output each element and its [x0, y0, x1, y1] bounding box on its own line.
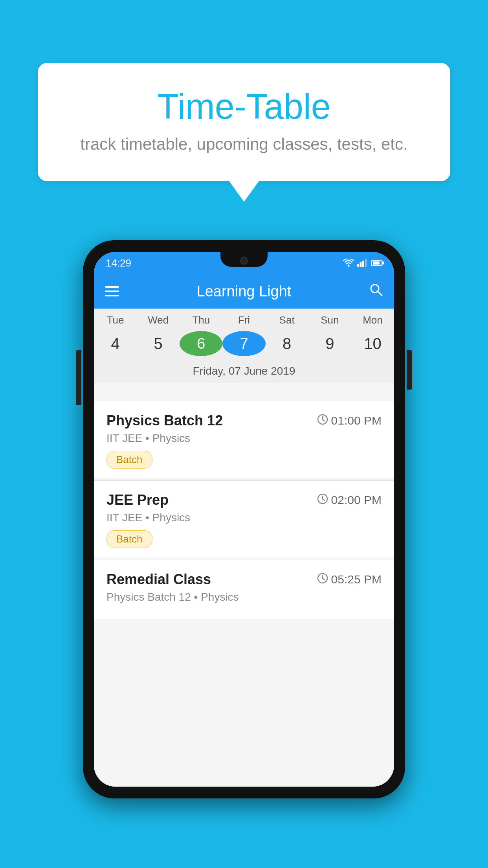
schedule-item-1[interactable]: Physics Batch 12 01:00 PM	[94, 401, 394, 478]
schedule-sub-3: Physics Batch 12 • Physics	[106, 591, 382, 603]
battery-icon	[371, 260, 382, 266]
schedule-time-2: 02:00 PM	[317, 493, 382, 507]
svg-rect-2	[360, 262, 362, 267]
day-9[interactable]: 9	[308, 335, 351, 353]
schedule-time-text-3: 05:25 PM	[331, 573, 382, 586]
day-name-tue: Tue	[94, 314, 137, 326]
day-name-thu: Thu	[180, 314, 222, 326]
status-time: 14:29	[106, 257, 131, 269]
day-name-wed: Wed	[137, 314, 180, 326]
svg-rect-3	[362, 261, 364, 267]
phone-screen: 14:29	[94, 252, 394, 787]
schedule-item-header-1: Physics Batch 12 01:00 PM	[106, 412, 382, 429]
toolbar-title: Learning Light	[197, 283, 292, 300]
svg-line-6	[378, 292, 382, 296]
phone-frame: 14:29	[83, 240, 405, 798]
schedule-list: Physics Batch 12 01:00 PM	[94, 401, 394, 787]
batch-tag-1: Batch	[106, 451, 152, 469]
day-numbers-row: 4 5 6 7 8 9 10	[94, 329, 394, 362]
phone-notch	[220, 252, 268, 267]
schedule-title-2: JEE Prep	[106, 492, 169, 508]
schedule-title-3: Remedial Class	[106, 571, 211, 588]
hamburger-menu-icon[interactable]	[105, 286, 119, 296]
bubble-title: Time-Table	[69, 86, 419, 127]
schedule-item-3[interactable]: Remedial Class 05:25 PM	[94, 560, 394, 619]
schedule-time-1: 01:00 PM	[317, 414, 382, 428]
speech-bubble: Time-Table track timetable, upcoming cla…	[38, 63, 450, 181]
schedule-time-text-1: 01:00 PM	[331, 414, 382, 427]
schedule-sub-1: IIT JEE • Physics	[106, 432, 382, 445]
schedule-time-3: 05:25 PM	[317, 573, 382, 587]
day-names-row: Tue Wed Thu Fri Sat Sun Mon	[94, 309, 394, 329]
day-6-today[interactable]: 6	[180, 331, 222, 356]
schedule-item-header-2: JEE Prep 02:00 PM	[106, 492, 382, 508]
day-name-sun: Sun	[308, 314, 351, 326]
day-name-mon: Mon	[351, 314, 394, 326]
selected-date-label: Friday, 07 June 2019	[94, 362, 394, 383]
clock-icon-3	[317, 573, 328, 587]
day-name-fri: Fri	[222, 314, 265, 326]
day-5[interactable]: 5	[137, 335, 180, 353]
day-name-sat: Sat	[266, 314, 308, 326]
bubble-subtitle: track timetable, upcoming classes, tests…	[69, 135, 419, 154]
svg-rect-1	[357, 264, 359, 267]
batch-tag-2: Batch	[106, 530, 152, 548]
status-icons	[343, 259, 382, 267]
svg-line-9	[323, 419, 325, 421]
camera-dot	[240, 257, 248, 265]
wifi-icon	[343, 259, 354, 267]
clock-icon-2	[317, 493, 328, 507]
schedule-item-2[interactable]: JEE Prep 02:00 PM	[94, 481, 394, 557]
search-icon[interactable]	[369, 283, 383, 300]
schedule-sub-2: IIT JEE • Physics	[106, 511, 382, 524]
phone-wrapper: 14:29	[83, 240, 405, 798]
day-8[interactable]: 8	[266, 335, 308, 353]
day-7-selected[interactable]: 7	[222, 331, 265, 356]
svg-line-15	[323, 578, 325, 580]
day-10[interactable]: 10	[351, 335, 394, 353]
day-4[interactable]: 4	[94, 335, 137, 353]
svg-rect-4	[365, 259, 367, 267]
schedule-item-header-3: Remedial Class 05:25 PM	[106, 571, 382, 588]
svg-point-0	[348, 265, 350, 267]
svg-line-12	[323, 499, 325, 500]
clock-icon-1	[317, 414, 328, 428]
signal-icon	[357, 259, 367, 267]
schedule-time-text-2: 02:00 PM	[331, 493, 382, 507]
schedule-title-1: Physics Batch 12	[106, 412, 223, 429]
calendar-week: Tue Wed Thu Fri Sat Sun Mon 4 5 6 7 8 9 …	[94, 309, 394, 383]
app-toolbar: Learning Light	[94, 274, 394, 309]
